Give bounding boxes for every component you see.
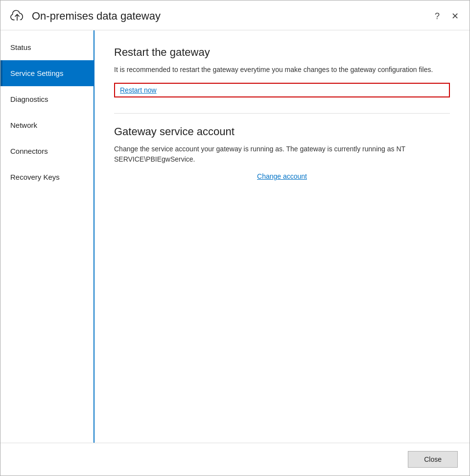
restart-link-box: Restart now xyxy=(114,83,450,97)
account-section-title: Gateway service account xyxy=(114,125,450,138)
sidebar-item-recovery-keys[interactable]: Recovery Keys xyxy=(0,164,94,190)
main-window: On-premises data gateway ? ✕ Status Serv… xyxy=(0,0,470,476)
section-divider xyxy=(114,113,450,114)
sidebar-item-diagnostics[interactable]: Diagnostics xyxy=(0,86,94,112)
title-bar-actions: ? ✕ xyxy=(432,11,462,22)
close-window-button[interactable]: ✕ xyxy=(448,11,462,22)
help-button[interactable]: ? xyxy=(432,11,443,22)
close-button[interactable]: Close xyxy=(408,451,458,468)
window-title: On-premises data gateway xyxy=(32,10,432,23)
sidebar-item-network[interactable]: Network xyxy=(0,112,94,138)
main-content: Restart the gateway It is recommended to… xyxy=(94,30,470,443)
sidebar-item-status[interactable]: Status xyxy=(0,34,94,60)
cloud-upload-icon xyxy=(8,7,26,25)
sidebar-item-service-settings[interactable]: Service Settings xyxy=(0,60,94,86)
sidebar: Status Service Settings Diagnostics Netw… xyxy=(0,30,94,443)
title-bar: On-premises data gateway ? ✕ xyxy=(0,0,470,30)
restart-section-desc: It is recommended to restart the gateway… xyxy=(114,65,450,75)
restart-now-link[interactable]: Restart now xyxy=(120,86,157,94)
body: Status Service Settings Diagnostics Netw… xyxy=(0,30,470,443)
footer: Close xyxy=(0,443,470,476)
restart-section-title: Restart the gateway xyxy=(114,46,450,59)
account-section-desc: Change the service account your gateway … xyxy=(114,144,450,165)
change-account-link[interactable]: Change account xyxy=(114,172,450,180)
sidebar-item-connectors[interactable]: Connectors xyxy=(0,138,94,164)
